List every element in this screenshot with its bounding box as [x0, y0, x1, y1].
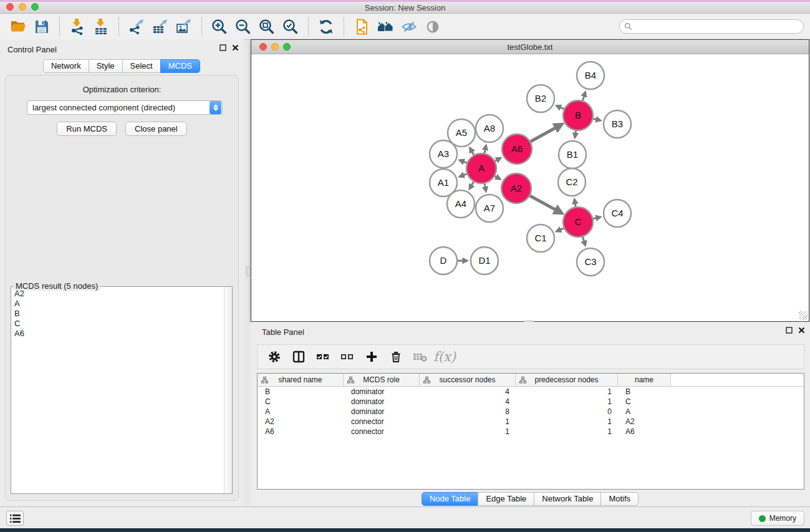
select-all-icon[interactable]	[312, 347, 334, 367]
export-network-icon[interactable]	[125, 16, 148, 37]
zoom-out-icon[interactable]	[231, 16, 255, 37]
delete-column-icon[interactable]	[385, 347, 407, 367]
node-B3[interactable]: B3	[604, 110, 631, 138]
vertical-splitter-handle[interactable]	[246, 266, 250, 276]
node-B2[interactable]: B2	[527, 85, 554, 112]
node-C3[interactable]: C3	[577, 248, 604, 276]
task-history-button[interactable]	[6, 511, 24, 526]
table-row[interactable]: A6connector11A6	[258, 427, 804, 437]
node-B[interactable]: B	[563, 100, 593, 130]
cell-successor-nodes[interactable]: 8	[420, 407, 516, 417]
table-row[interactable]: A2connector11A2	[258, 417, 804, 427]
node-A7[interactable]: A7	[476, 195, 503, 222]
cell-predecessor-nodes[interactable]: 0	[516, 407, 618, 417]
hide-eye-slash-icon[interactable]	[397, 16, 421, 37]
cell-name[interactable]: A6	[618, 427, 671, 437]
node-A[interactable]: A	[466, 153, 496, 183]
close-panel-icon[interactable]	[232, 44, 239, 51]
column-header-predecessor-nodes[interactable]: predecessor nodes	[516, 374, 618, 386]
tab-node-table[interactable]: Node Table	[422, 492, 479, 506]
column-header-name[interactable]: name	[618, 374, 671, 386]
cell-shared-name[interactable]: A6	[258, 427, 344, 437]
add-column-icon[interactable]	[361, 347, 382, 367]
search-input[interactable]	[635, 21, 803, 32]
cell-predecessor-nodes[interactable]: 1	[516, 417, 618, 427]
network-window-titlebar[interactable]: testGlobe.txt	[251, 40, 809, 54]
cell-shared-name[interactable]: C	[258, 397, 344, 407]
open-file-icon[interactable]	[6, 16, 30, 37]
run-mcds-button[interactable]: Run MCDS	[57, 122, 117, 136]
refresh-icon[interactable]	[314, 16, 338, 37]
node-A4[interactable]: A4	[447, 190, 475, 218]
node-D1[interactable]: D1	[471, 247, 498, 274]
table-row[interactable]: Bdominator41B	[258, 387, 804, 397]
cell-shared-name[interactable]: B	[258, 387, 344, 397]
tab-mcds[interactable]: MCDS	[160, 59, 200, 73]
cell-MCDS-role[interactable]: dominator	[344, 397, 420, 407]
table-row[interactable]: Adominator80A	[258, 407, 804, 417]
node-C1[interactable]: C1	[527, 225, 554, 252]
mcds-result-item[interactable]: A	[12, 299, 223, 309]
search-field[interactable]	[619, 19, 804, 34]
mcds-result-item[interactable]: C	[12, 319, 223, 329]
tab-edge-table[interactable]: Edge Table	[478, 492, 534, 506]
cell-successor-nodes[interactable]: 4	[420, 397, 516, 407]
export-table-icon[interactable]	[148, 16, 172, 37]
close-table-panel-icon[interactable]	[798, 327, 805, 334]
cell-successor-nodes[interactable]: 1	[420, 427, 516, 437]
node-A6[interactable]: A6	[502, 134, 532, 164]
node-C4[interactable]: C4	[604, 200, 631, 227]
cell-shared-name[interactable]: A2	[258, 417, 344, 427]
mcds-result-item[interactable]: A2	[12, 289, 223, 299]
mcds-result-item[interactable]: B	[12, 309, 223, 319]
close-panel-button[interactable]: Close panel	[125, 122, 187, 136]
tab-network[interactable]: Network	[43, 59, 89, 73]
cell-name[interactable]: A	[618, 407, 671, 417]
column-header-successor-nodes[interactable]: successor nodes	[420, 374, 516, 386]
tab-select[interactable]: Select	[122, 59, 161, 73]
column-header-shared-name[interactable]: shared name	[258, 374, 344, 386]
settings-gear-icon[interactable]	[264, 347, 285, 367]
float-panel-icon[interactable]	[219, 44, 226, 51]
import-network-icon[interactable]	[65, 16, 89, 37]
cell-name[interactable]: A2	[618, 417, 671, 427]
mcds-result-item[interactable]: A6	[12, 329, 223, 339]
node-A3[interactable]: A3	[430, 140, 457, 168]
float-table-panel-icon[interactable]	[786, 327, 793, 334]
cell-predecessor-nodes[interactable]: 1	[516, 397, 618, 407]
cell-MCDS-role[interactable]: dominator	[344, 407, 420, 417]
node-D[interactable]: D	[430, 247, 457, 274]
show-eye-icon[interactable]	[421, 16, 445, 37]
node-B1[interactable]: B1	[559, 141, 586, 168]
deselect-all-icon[interactable]	[337, 347, 358, 367]
node-A2[interactable]: A2	[501, 173, 531, 203]
copy-document-icon[interactable]	[350, 16, 374, 37]
houses-icon[interactable]	[374, 16, 397, 37]
cell-name[interactable]: C	[618, 397, 671, 407]
node-A8[interactable]: A8	[476, 115, 503, 142]
split-columns-icon[interactable]	[288, 347, 309, 367]
export-image-icon[interactable]	[172, 16, 196, 37]
zoom-selected-icon[interactable]	[279, 16, 302, 37]
tab-style[interactable]: Style	[89, 59, 123, 73]
cell-MCDS-role[interactable]: connector	[344, 417, 420, 427]
resize-grip-icon[interactable]	[799, 311, 808, 320]
node-C[interactable]: C	[563, 207, 593, 237]
cell-MCDS-role[interactable]: connector	[344, 427, 420, 437]
mcds-result-scrollbar[interactable]	[224, 287, 232, 493]
memory-button[interactable]: Memory	[751, 511, 804, 526]
cell-MCDS-role[interactable]: dominator	[344, 387, 420, 397]
node-B4[interactable]: B4	[577, 62, 604, 89]
tab-network-table[interactable]: Network Table	[534, 492, 601, 506]
cell-name[interactable]: B	[618, 387, 671, 397]
optimization-criterion-dropdown[interactable]: largest connected component (directed)	[27, 100, 223, 115]
zoom-in-icon[interactable]	[208, 16, 231, 37]
table-row[interactable]: Cdominator41C	[258, 397, 804, 407]
save-session-icon[interactable]	[30, 16, 54, 37]
cell-shared-name[interactable]: A	[258, 407, 344, 417]
cell-successor-nodes[interactable]: 1	[420, 417, 516, 427]
tab-motifs[interactable]: Motifs	[600, 492, 639, 506]
node-C2[interactable]: C2	[558, 168, 586, 196]
network-canvas[interactable]: B4B2BB3B1A5A8A6A3AA1C2A2A4A7CC1C4C3DD1	[251, 54, 809, 321]
import-table-icon[interactable]	[89, 16, 113, 37]
